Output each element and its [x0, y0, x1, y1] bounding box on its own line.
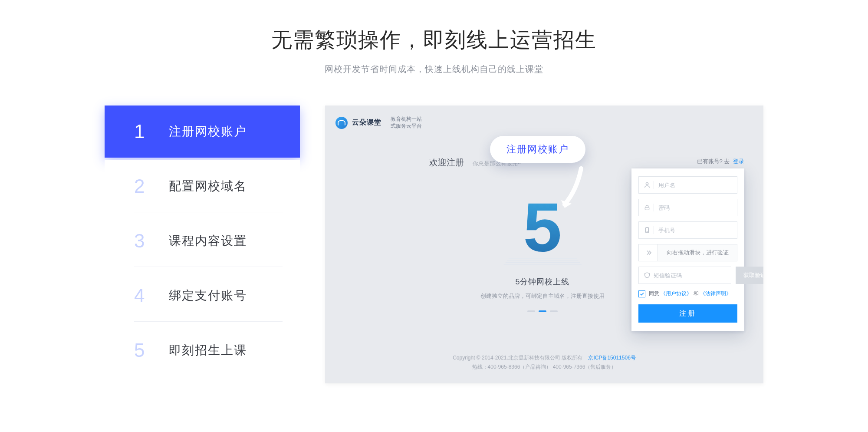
- agree-text: 和: [694, 290, 699, 297]
- svg-point-0: [646, 183, 648, 185]
- step-number: 3: [134, 230, 169, 252]
- slide-indicator: [462, 310, 623, 312]
- hero-subtitle: 网校开发节省时间成本，快速上线机构自己的线上课堂: [0, 63, 868, 75]
- logo-divider: [386, 117, 386, 129]
- main-layout: 1 注册网校账户 2 配置网校域名 3 课程内容设置 4 绑定支付账号 5 即刻…: [0, 106, 868, 383]
- hotline-text: 热线：400-965-8366（产品咨询） 400-965-7366（售后服务）: [325, 363, 763, 372]
- callout: 注册网校账户: [490, 136, 585, 166]
- username-field[interactable]: [638, 176, 737, 194]
- preview-panel: 云朵课堂 教育机构一站 式服务云平台 欢迎注册 你总是那么有眼光~ 已有账号? …: [325, 106, 763, 383]
- hero-title: 无需繁琐操作，即刻线上运营招生: [0, 26, 868, 54]
- phone-input[interactable]: [658, 227, 733, 234]
- illustration-sub: 创建独立的品牌，可绑定自主域名，注册直接使用: [462, 292, 623, 300]
- step-label: 绑定支付账号: [169, 287, 247, 304]
- logo-sub-line: 式服务云平台: [391, 123, 422, 129]
- slider-text: 向右拖动滑块，进行验证: [658, 249, 737, 257]
- step-2[interactable]: 2 配置网校域名: [105, 160, 300, 212]
- user-icon: [643, 181, 651, 189]
- field-divider: [654, 181, 654, 189]
- field-divider: [654, 204, 654, 211]
- phone-field[interactable]: [638, 221, 737, 239]
- slider-handle-icon[interactable]: [639, 244, 658, 261]
- user-agreement-link[interactable]: 《用户协议》: [661, 290, 692, 297]
- step-label: 课程内容设置: [169, 233, 247, 249]
- step-4[interactable]: 4 绑定支付账号: [105, 270, 300, 322]
- sms-code-field[interactable]: [638, 267, 731, 284]
- svg-rect-1: [645, 207, 649, 210]
- illustration-title: 5分钟网校上线: [462, 277, 623, 287]
- callout-bubble: 注册网校账户: [490, 136, 585, 163]
- step-number: 4: [134, 285, 169, 307]
- step-number: 5: [134, 340, 169, 361]
- have-account-text: 已有账号? 去: [697, 158, 730, 165]
- agree-checkbox[interactable]: [638, 290, 645, 297]
- slide-dot[interactable]: [527, 310, 535, 312]
- illustration: 5 5分钟网校上线 创建独立的品牌，可绑定自主域名，注册直接使用: [462, 192, 623, 312]
- slide-dot[interactable]: [550, 310, 558, 312]
- shield-icon: [643, 271, 651, 279]
- username-input[interactable]: [658, 182, 733, 188]
- field-divider: [654, 226, 654, 234]
- step-list: 1 注册网校账户 2 配置网校域名 3 课程内容设置 4 绑定支付账号 5 即刻…: [105, 106, 300, 383]
- step-3[interactable]: 3 课程内容设置: [105, 215, 300, 267]
- hero-header: 无需繁琐操作，即刻线上运营招生 网校开发节省时间成本，快速上线机构自己的线上课堂: [0, 0, 868, 75]
- step-label: 即刻招生上课: [169, 342, 247, 359]
- step-5[interactable]: 5 即刻招生上课: [105, 324, 300, 376]
- slide-dot-active[interactable]: [539, 310, 546, 312]
- welcome-text: 欢迎注册: [429, 158, 464, 167]
- slider-captcha[interactable]: 向右拖动滑块，进行验证: [638, 244, 737, 261]
- phone-icon: [643, 226, 651, 234]
- step-label: 注册网校账户: [169, 123, 247, 140]
- logo-sub: 教育机构一站 式服务云平台: [391, 116, 422, 129]
- get-code-button[interactable]: 获取验证码: [736, 267, 763, 284]
- password-field[interactable]: [638, 199, 737, 216]
- svg-point-3: [647, 231, 647, 232]
- password-input[interactable]: [658, 204, 733, 211]
- big-five-graphic: 5: [523, 192, 562, 262]
- step-number: 2: [134, 175, 169, 197]
- register-form: 向右拖动滑块，进行验证 获取验证码: [631, 168, 744, 331]
- logo-text: 云朵课堂: [352, 118, 381, 127]
- cloud-logo-icon: [335, 117, 348, 129]
- logo-bar: 云朵课堂 教育机构一站 式服务云平台: [335, 116, 422, 129]
- have-account: 已有账号? 去 登录: [697, 158, 744, 165]
- sms-code-input[interactable]: [654, 272, 727, 279]
- copyright-text: Copyright © 2014-2021.北京昱新科技有限公司 版权所有: [453, 355, 582, 361]
- step-1[interactable]: 1 注册网校账户: [105, 106, 300, 158]
- login-link[interactable]: 登录: [733, 158, 744, 165]
- icp-link[interactable]: 京ICP备15011506号: [588, 355, 635, 361]
- logo-sub-line: 教育机构一站: [391, 116, 422, 122]
- step-number: 1: [134, 121, 169, 142]
- lock-icon: [643, 204, 651, 211]
- legal-notice-link[interactable]: 《法律声明》: [700, 290, 731, 297]
- copyright: Copyright © 2014-2021.北京昱新科技有限公司 版权所有 京I…: [325, 353, 763, 372]
- step-label: 配置网校域名: [169, 178, 247, 195]
- agree-text: 同意: [649, 290, 659, 297]
- agree-row: 同意 《用户协议》 和 《法律声明》: [638, 290, 737, 297]
- register-button[interactable]: 注册: [638, 304, 737, 323]
